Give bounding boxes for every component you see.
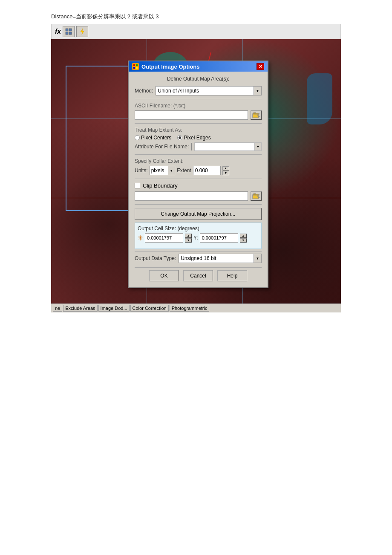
output-image-dialog: Output Image Options ✕ Define Output Map… [128, 61, 268, 288]
output-type-dropdown-arrow[interactable]: ▼ [254, 254, 261, 263]
dialog-titlebar: Output Image Options ✕ [129, 61, 268, 72]
dialog-title: Output Image Options [141, 64, 200, 70]
units-label: Units: [135, 168, 148, 173]
output-type-label: Output Data Type: [135, 255, 176, 261]
attribute-label: Attribute For File Name: [135, 144, 189, 150]
output-type-select-container[interactable]: Unsigned 16 bit ▼ [179, 254, 262, 263]
browse-icon [252, 112, 260, 119]
units-value: pixels [150, 168, 168, 173]
svg-rect-8 [133, 67, 135, 69]
cancel-button[interactable]: Cancel [183, 270, 213, 281]
ascii-browse-button[interactable] [251, 110, 262, 120]
statusbar-item-3: Color Correction [130, 305, 169, 312]
grid-icon [65, 28, 72, 35]
statusbar: ne Exclude Areas Image Dod... Color Corr… [51, 304, 341, 312]
cell-y-spin-up[interactable]: ▲ [240, 234, 247, 238]
output-type-value: Unsigned 16 bit [179, 255, 254, 261]
extent-spinner[interactable]: ▲ ▼ [222, 166, 229, 175]
units-select-container[interactable]: pixels ▼ [150, 166, 175, 175]
pixel-edges-radio-circle[interactable] [177, 135, 182, 140]
extent-input[interactable] [193, 166, 221, 175]
page-container: Distance=当前影像分辨率乘以 2 或者乘以 3 fx [0, 0, 392, 555]
svg-rect-0 [66, 29, 68, 31]
separator-2 [135, 123, 262, 124]
extent-spin-up[interactable]: ▲ [222, 166, 229, 171]
method-dropdown-arrow[interactable]: ▼ [254, 87, 261, 95]
pixel-edges-label: Pixel Edges [184, 135, 210, 141]
define-area-title: Define Output Map Area(s): [135, 76, 262, 82]
cell-size-row: ✳ ▲ ▼ Y: ▲ ▼ [138, 233, 259, 243]
help-button[interactable]: Help [217, 270, 247, 281]
image-icon [133, 64, 138, 69]
clip-file-row [135, 191, 262, 201]
svg-rect-1 [69, 29, 72, 31]
change-projection-button[interactable]: Change Output Map Projection... [135, 208, 262, 220]
lightning-button[interactable] [76, 26, 88, 37]
dialog-body: Define Output Map Area(s): Method: Union… [129, 72, 268, 287]
output-type-row: Output Data Type: Unsigned 16 bit ▼ [135, 251, 262, 263]
attribute-row: Attribute For File Name: ▼ [135, 142, 262, 151]
cell-size-label: Output Cell Size: (degrees) [138, 225, 259, 231]
ascii-label: ASCII Filename: (*.txt) [135, 103, 262, 109]
method-select-container[interactable]: Union of All Inputs ▼ [156, 86, 262, 95]
ascii-input[interactable] [135, 110, 248, 120]
pixel-edges-radio[interactable]: Pixel Edges [177, 135, 210, 141]
clip-boundary-checkbox[interactable] [135, 183, 140, 188]
map-area: Output Image Options ✕ Define Output Map… [51, 39, 341, 304]
svg-rect-17 [254, 194, 256, 195]
pixel-centers-radio-circle[interactable] [135, 135, 140, 140]
cell-x-spinner[interactable]: ▲ ▼ [185, 234, 192, 243]
dialog-close-button[interactable]: ✕ [257, 63, 264, 70]
toolbar: fx [51, 24, 341, 39]
browse-icon-2 [252, 193, 260, 199]
clip-file-input[interactable] [135, 191, 248, 201]
attribute-dropdown-arrow[interactable]: ▼ [254, 143, 261, 150]
cell-y-spin-down[interactable]: ▼ [240, 238, 247, 243]
separator-4 [135, 179, 262, 179]
map-water-feature [307, 73, 332, 124]
collar-label: Specify Collar Extent: [135, 158, 262, 164]
pixel-radio-row: Pixel Centers Pixel Edges [135, 135, 262, 141]
y-label: Y: [193, 235, 198, 241]
statusbar-item-4: Photogrammetric [170, 305, 210, 312]
method-label: Method: [135, 88, 153, 94]
cell-y-spinner[interactable]: ▲ ▼ [240, 234, 247, 243]
units-dropdown-arrow[interactable]: ▼ [168, 166, 175, 175]
svg-rect-6 [133, 64, 135, 66]
extent-spin-down[interactable]: ▼ [222, 171, 229, 175]
top-text: Distance=当前影像分辨率乘以 2 或者乘以 3 [0, 0, 392, 24]
svg-rect-9 [136, 67, 138, 69]
lightning-icon [79, 28, 86, 35]
method-row: Method: Union of All Inputs ▼ [135, 86, 262, 95]
statusbar-item-1: Exclude Areas [63, 305, 97, 312]
dialog-buttons: OK Cancel Help [135, 267, 262, 283]
cell-x-spin-down[interactable]: ▼ [185, 238, 192, 243]
svg-rect-2 [66, 32, 68, 35]
svg-marker-4 [81, 29, 84, 35]
dialog-title-icon [132, 63, 139, 70]
svg-rect-3 [69, 32, 72, 35]
pixel-centers-label: Pixel Centers [141, 135, 171, 141]
clip-browse-button[interactable] [251, 191, 262, 201]
svg-rect-7 [136, 64, 138, 66]
fx-label: fx [55, 28, 61, 35]
clip-boundary-row: Clip Boundary [135, 182, 262, 189]
pixel-centers-radio[interactable]: Pixel Centers [135, 135, 171, 141]
ascii-row [135, 110, 262, 120]
collar-row: Units: pixels ▼ Extent ▲ ▼ [135, 166, 262, 175]
separator-3 [135, 154, 262, 155]
cell-size-x-input[interactable] [145, 233, 183, 243]
cell-x-spin-up[interactable]: ▲ [185, 234, 192, 238]
statusbar-item-0: ne [53, 305, 62, 312]
separator-1 [135, 99, 262, 99]
extent-label: Extent [177, 168, 191, 173]
cell-size-y-input[interactable] [200, 233, 238, 243]
attribute-separator [191, 143, 192, 150]
grid-button[interactable] [63, 26, 75, 37]
method-value: Union of All Inputs [156, 88, 254, 94]
attribute-select[interactable]: ▼ [194, 142, 262, 151]
ok-button[interactable]: OK [149, 270, 179, 281]
cell-size-section: Output Cell Size: (degrees) ✳ ▲ ▼ Y: ▲ ▼ [135, 223, 262, 249]
statusbar-item-2: Image Dod... [98, 305, 130, 312]
clip-boundary-label: Clip Boundary [143, 182, 178, 189]
